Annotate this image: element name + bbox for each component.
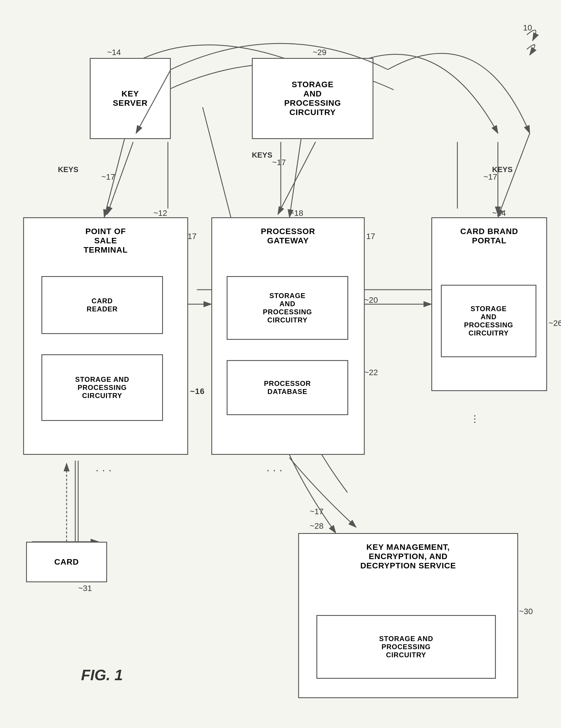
keys-left-label: KEYS bbox=[58, 165, 78, 174]
dots-cbp: ··· bbox=[469, 414, 482, 424]
top-storage-label: STORAGEANDPROCESSINGCIRCUITRY bbox=[284, 80, 341, 117]
ref-17-right-keys: ~17 bbox=[483, 172, 497, 182]
pos-storage-label: STORAGE ANDPROCESSINGCIRCUITRY bbox=[75, 375, 129, 400]
key-server-box: KEYSERVER bbox=[90, 58, 171, 139]
cbp-storage-label: STORAGEANDPROCESSINGCIRCUITRY bbox=[464, 305, 513, 337]
proc-storage-box: STORAGEANDPROCESSINGCIRCUITRY bbox=[227, 276, 348, 340]
ref-24: ~24 bbox=[492, 209, 506, 218]
ref-16: ~16 bbox=[190, 387, 205, 396]
proc-database-box: PROCESSORDATABASE bbox=[227, 360, 348, 415]
card-brand-portal-label: CARD BRANDPORTAL bbox=[432, 227, 546, 245]
km-storage-box: STORAGE ANDPROCESSINGCIRCUITRY bbox=[316, 615, 496, 679]
ref-20: ~20 bbox=[364, 295, 378, 305]
key-mgmt-label: KEY MANAGEMENT,ENCRYPTION, ANDDECRYPTION… bbox=[299, 543, 517, 570]
ref-31: ~31 bbox=[78, 584, 92, 593]
svg-line-23 bbox=[498, 133, 530, 217]
card-label: CARD bbox=[54, 557, 79, 567]
ref-22: ~22 bbox=[364, 368, 378, 377]
proc-storage-label: STORAGEANDPROCESSINGCIRCUITRY bbox=[263, 292, 312, 324]
ref-18: ~18 bbox=[289, 209, 303, 218]
pos-storage-box: STORAGE ANDPROCESSINGCIRCUITRY bbox=[41, 354, 163, 421]
ref-17-km: ~17 bbox=[310, 507, 323, 516]
ref-26: ~26 bbox=[549, 319, 561, 328]
figure-label: FIG. 1 bbox=[81, 666, 123, 684]
svg-line-10 bbox=[278, 142, 315, 214]
card-reader-label: CARDREADER bbox=[87, 297, 118, 313]
dots-gateway: · · · bbox=[266, 464, 282, 477]
ref-14-top: ~14 bbox=[107, 48, 121, 57]
key-server-label: KEYSERVER bbox=[113, 89, 148, 108]
processor-gateway-label: PROCESSORGATEWAY bbox=[212, 227, 364, 245]
svg-line-3 bbox=[203, 107, 232, 220]
proc-database-label: PROCESSORDATABASE bbox=[264, 379, 311, 396]
svg-line-22 bbox=[289, 139, 301, 217]
ref-12: ~12 bbox=[154, 209, 167, 218]
diagram: 10 KEYSERVER ~14 STORAGEANDPROCESSINGCIR… bbox=[0, 0, 561, 728]
ref-17-left-keys: ~17 bbox=[101, 172, 115, 182]
processor-gateway-box: PROCESSORGATEWAY STORAGEANDPROCESSINGCIR… bbox=[211, 217, 365, 455]
ref-28: ~28 bbox=[310, 521, 323, 531]
ref-17-pos: 17 bbox=[188, 232, 197, 241]
ref-10: 10 bbox=[523, 23, 532, 32]
ref-30: ~30 bbox=[519, 607, 533, 616]
card-reader-box: CARDREADER bbox=[41, 276, 163, 334]
pos-terminal-label: POINT OFSALETERMINAL bbox=[24, 227, 187, 255]
ref-29: ~29 bbox=[312, 48, 326, 57]
ref-17-gw-cbp: 17 bbox=[366, 232, 375, 241]
card-box: CARD bbox=[26, 542, 107, 582]
dots-pos: · · · bbox=[96, 464, 112, 477]
keys-center-label: KEYS bbox=[252, 151, 273, 160]
cbp-storage-box: STORAGEANDPROCESSINGCIRCUITRY bbox=[441, 285, 536, 357]
pos-terminal-box: POINT OFSALETERMINAL CARDREADER STORAGE … bbox=[23, 217, 188, 455]
card-brand-portal-box: CARD BRANDPORTAL STORAGEANDPROCESSINGCIR… bbox=[431, 217, 547, 391]
km-storage-label: STORAGE ANDPROCESSINGCIRCUITRY bbox=[379, 635, 433, 659]
top-storage-box: STORAGEANDPROCESSINGCIRCUITRY bbox=[252, 58, 373, 139]
key-mgmt-box: KEY MANAGEMENT,ENCRYPTION, ANDDECRYPTION… bbox=[298, 533, 518, 698]
ref-17-center-keys: ~17 bbox=[272, 158, 286, 167]
